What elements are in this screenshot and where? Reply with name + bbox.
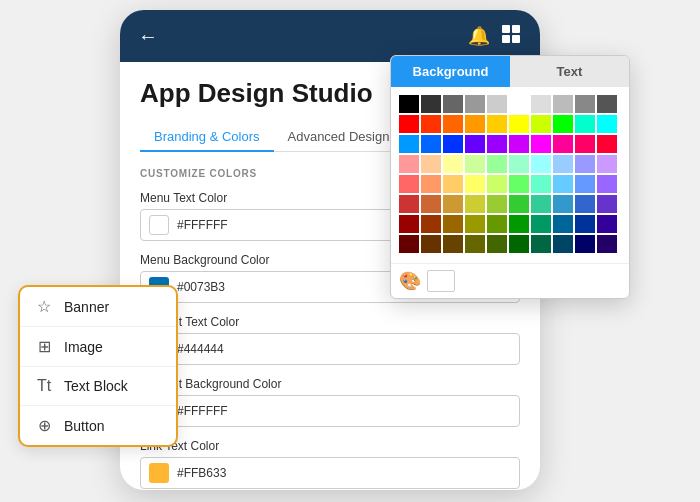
color-cell[interactable] (399, 95, 419, 113)
widget-item-text-block[interactable]: TtText Block (20, 367, 176, 406)
color-cell[interactable] (509, 175, 529, 193)
color-cell[interactable] (487, 235, 507, 253)
color-input-row-2[interactable]: #444444 (140, 333, 520, 365)
color-cell[interactable] (553, 235, 573, 253)
color-cell[interactable] (509, 195, 529, 213)
color-cell[interactable] (399, 115, 419, 133)
color-cell[interactable] (465, 175, 485, 193)
color-cell[interactable] (509, 115, 529, 133)
palette-icon[interactable]: 🎨 (399, 270, 421, 292)
widget-icon-3: ⊕ (34, 416, 54, 435)
color-cell[interactable] (597, 95, 617, 113)
color-cell[interactable] (421, 195, 441, 213)
color-cell[interactable] (399, 195, 419, 213)
color-cell[interactable] (509, 215, 529, 233)
color-cell[interactable] (399, 135, 419, 153)
color-cell[interactable] (399, 215, 419, 233)
color-cell[interactable] (443, 115, 463, 133)
color-cell[interactable] (575, 175, 595, 193)
color-cell[interactable] (487, 215, 507, 233)
color-cell[interactable] (531, 115, 551, 133)
color-cell[interactable] (509, 155, 529, 173)
color-cell[interactable] (597, 115, 617, 133)
color-cell[interactable] (553, 195, 573, 213)
color-grid-row-4 (399, 175, 621, 193)
color-cell[interactable] (421, 215, 441, 233)
color-cell[interactable] (399, 175, 419, 193)
tab-branding-colors[interactable]: Branding & Colors (140, 123, 274, 152)
color-cell[interactable] (443, 155, 463, 173)
picker-tab-background[interactable]: Background (391, 56, 510, 87)
color-cell[interactable] (421, 175, 441, 193)
color-cell[interactable] (465, 115, 485, 133)
color-input-row-4[interactable]: #FFB633 (140, 457, 520, 489)
color-cell[interactable] (575, 135, 595, 153)
color-cell[interactable] (487, 115, 507, 133)
color-cell[interactable] (421, 95, 441, 113)
color-cell[interactable] (597, 175, 617, 193)
color-cell[interactable] (553, 175, 573, 193)
widget-item-button[interactable]: ⊕Button (20, 406, 176, 445)
color-cell[interactable] (465, 215, 485, 233)
color-cell[interactable] (575, 115, 595, 133)
color-cell[interactable] (531, 195, 551, 213)
color-cell[interactable] (399, 235, 419, 253)
color-cell[interactable] (597, 195, 617, 213)
color-cell[interactable] (597, 155, 617, 173)
color-cell[interactable] (443, 215, 463, 233)
color-cell[interactable] (597, 235, 617, 253)
color-cell[interactable] (553, 215, 573, 233)
color-input-row-3[interactable]: #FFFFFF (140, 395, 520, 427)
color-cell[interactable] (509, 135, 529, 153)
color-cell[interactable] (399, 155, 419, 173)
color-cell[interactable] (531, 155, 551, 173)
notification-icon[interactable]: 🔔 (468, 25, 490, 47)
color-cell[interactable] (465, 135, 485, 153)
color-cell[interactable] (575, 215, 595, 233)
color-grid-row-1 (399, 115, 621, 133)
color-cell[interactable] (421, 235, 441, 253)
color-cell[interactable] (575, 235, 595, 253)
color-cell[interactable] (531, 135, 551, 153)
color-cell[interactable] (597, 135, 617, 153)
color-cell[interactable] (553, 155, 573, 173)
color-cell[interactable] (487, 155, 507, 173)
color-cell[interactable] (531, 215, 551, 233)
white-swatch[interactable] (427, 270, 455, 292)
color-cell[interactable] (553, 95, 573, 113)
color-cell[interactable] (487, 175, 507, 193)
color-cell[interactable] (421, 115, 441, 133)
color-cell[interactable] (465, 95, 485, 113)
color-cell[interactable] (443, 195, 463, 213)
color-cell[interactable] (443, 135, 463, 153)
color-cell[interactable] (465, 155, 485, 173)
color-cell[interactable] (421, 135, 441, 153)
color-cell[interactable] (509, 235, 529, 253)
color-cell[interactable] (443, 235, 463, 253)
color-hex-2: #444444 (177, 342, 224, 356)
color-cell[interactable] (421, 155, 441, 173)
color-cell[interactable] (553, 115, 573, 133)
color-cell[interactable] (531, 175, 551, 193)
color-cell[interactable] (575, 155, 595, 173)
color-cell[interactable] (575, 195, 595, 213)
color-cell[interactable] (509, 95, 529, 113)
color-cell[interactable] (531, 235, 551, 253)
color-cell[interactable] (597, 215, 617, 233)
back-button[interactable]: ← (138, 25, 158, 48)
widget-label-0: Banner (64, 299, 109, 315)
color-cell[interactable] (487, 95, 507, 113)
color-cell[interactable] (531, 95, 551, 113)
color-cell[interactable] (443, 95, 463, 113)
picker-tab-text[interactable]: Text (510, 56, 629, 87)
color-cell[interactable] (487, 195, 507, 213)
color-cell[interactable] (465, 235, 485, 253)
color-cell[interactable] (553, 135, 573, 153)
widget-item-image[interactable]: ⊞Image (20, 327, 176, 367)
color-cell[interactable] (443, 175, 463, 193)
color-cell[interactable] (575, 95, 595, 113)
widget-item-banner[interactable]: ☆Banner (20, 287, 176, 327)
color-cell[interactable] (487, 135, 507, 153)
apps-icon[interactable] (500, 23, 522, 50)
color-cell[interactable] (465, 195, 485, 213)
